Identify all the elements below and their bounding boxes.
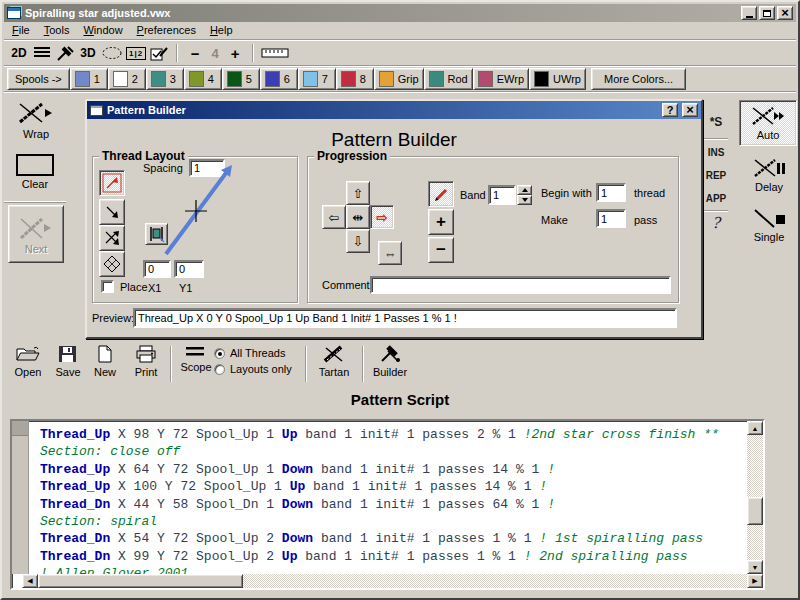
pattern-script-heading: Pattern Script	[2, 391, 798, 408]
spin-down-button[interactable]	[517, 195, 532, 205]
dialog-help-button[interactable]: ?	[662, 103, 678, 117]
builder-button[interactable]: Builder	[368, 343, 412, 385]
band-spinner[interactable]	[517, 185, 532, 205]
script-text[interactable]: Thread_Up X 98 Y 72 Spool_Up 1 Up band 1…	[30, 421, 747, 574]
spool-label: EWrp	[497, 73, 524, 85]
spool-button-3[interactable]: 3	[146, 68, 184, 90]
menu-item-tools[interactable]: Tools	[38, 23, 78, 37]
spool-button-7[interactable]: 7	[298, 68, 336, 90]
options-check-button[interactable]	[149, 43, 169, 63]
spool-button-ewrp[interactable]: EWrp	[473, 68, 529, 90]
more-colors-button[interactable]: More Colors...	[591, 68, 686, 90]
delay-button[interactable]: Delay	[744, 157, 794, 193]
spool-button-uwrp[interactable]: UWrp	[529, 68, 586, 90]
ruler-button[interactable]	[261, 43, 289, 63]
progress-left-button[interactable]: ⇦	[322, 205, 346, 229]
zoom-in-button[interactable]: +	[225, 43, 245, 63]
vertical-scroll-thumb[interactable]	[747, 497, 763, 525]
spool-button-4[interactable]: 4	[184, 68, 222, 90]
scroll-left-button[interactable]: ◀	[22, 574, 38, 588]
zoom-out-button[interactable]: −	[185, 43, 205, 63]
app-label[interactable]: APP	[703, 193, 729, 204]
open-button[interactable]: Open	[6, 343, 50, 385]
print-button[interactable]: Print	[124, 343, 168, 385]
begin-with-input[interactable]	[596, 183, 626, 202]
rep-label[interactable]: REP	[703, 170, 729, 181]
dialog-close-button[interactable]	[682, 103, 698, 117]
scope-button[interactable]: Scope	[174, 345, 218, 387]
single-button[interactable]: Single	[744, 207, 794, 243]
all-threads-option[interactable]: All Threads	[214, 347, 285, 359]
pen-button[interactable]	[428, 181, 454, 207]
tools-button[interactable]	[55, 43, 75, 63]
spool-button-2[interactable]: 2	[108, 68, 146, 90]
page-layout-button[interactable]: 1|2	[126, 43, 146, 63]
view-3d-button[interactable]: 3D	[78, 43, 98, 63]
scroll-down-button[interactable]: ▼	[747, 560, 763, 574]
horizontal-scroll-thumb[interactable]	[38, 574, 243, 588]
new-button[interactable]: New	[86, 343, 124, 385]
band-input[interactable]	[488, 185, 516, 205]
menu-item-window[interactable]: Window	[77, 23, 130, 37]
script-editor[interactable]: Thread_Up X 98 Y 72 Spool_Up 1 Up band 1…	[10, 419, 765, 590]
menu-item-help[interactable]: Help	[204, 23, 241, 37]
layout-cross-button[interactable]	[99, 225, 125, 251]
layout-diagonal-down-button[interactable]	[99, 199, 125, 225]
builder-label: Builder	[373, 366, 407, 378]
next-button[interactable]: Next	[8, 205, 64, 263]
open-label: Open	[15, 366, 42, 378]
wrap-button[interactable]: Wrap	[10, 100, 62, 140]
layers-button[interactable]	[32, 43, 52, 63]
progress-center-button[interactable]: ⇹	[346, 205, 370, 229]
delay-icon	[752, 157, 786, 179]
star-s-label[interactable]: *S	[703, 115, 729, 129]
progress-both-button[interactable]: ⇔	[378, 241, 402, 265]
progress-right-button[interactable]: ⇨	[370, 205, 394, 229]
subtract-button[interactable]: −	[428, 237, 454, 263]
preview-input[interactable]	[133, 308, 677, 328]
spool-button-1[interactable]: 1	[70, 68, 108, 90]
pattern-builder-dialog: Pattern Builder ? Pattern Builder Thread…	[85, 99, 703, 339]
spool-button-6[interactable]: 6	[260, 68, 298, 90]
all-threads-radio[interactable]	[214, 348, 225, 359]
menu-item-preferences[interactable]: Preferences	[131, 23, 204, 37]
add-button[interactable]: +	[428, 209, 454, 235]
layouts-only-radio[interactable]	[214, 364, 225, 375]
tartan-button[interactable]: Tartan	[312, 343, 356, 385]
make-input[interactable]	[596, 209, 626, 228]
auto-button[interactable]: Auto	[739, 100, 797, 146]
layouts-only-option[interactable]: Layouts only	[214, 363, 292, 375]
spool-place-button[interactable]	[145, 223, 168, 245]
close-button[interactable]	[777, 6, 793, 20]
scroll-up-button[interactable]: ▲	[747, 421, 763, 435]
dialog-titlebar[interactable]: Pattern Builder ?	[87, 101, 701, 119]
progress-down-button[interactable]: ⇩	[346, 229, 370, 253]
layout-diagonal-up-button[interactable]	[99, 170, 125, 196]
x1-input[interactable]	[143, 260, 171, 278]
spin-up-button[interactable]	[517, 185, 532, 195]
spool-button-rod[interactable]: Rod	[424, 68, 473, 90]
layout-diamond-button[interactable]	[99, 251, 125, 277]
save-button[interactable]: Save	[46, 343, 90, 385]
comment-input[interactable]	[370, 276, 671, 294]
restore-button[interactable]	[759, 6, 775, 20]
vertical-scrollbar[interactable]: ▲ ▼	[747, 421, 763, 574]
spool-button-5[interactable]: 5	[222, 68, 260, 90]
horizontal-scrollbar[interactable]: ◀ ▶	[22, 574, 763, 588]
help-label[interactable]: ?	[703, 214, 729, 232]
spool-button-8[interactable]: 8	[336, 68, 374, 90]
menu-item-file[interactable]: File	[6, 23, 38, 37]
y1-input[interactable]	[174, 260, 204, 278]
ins-label[interactable]: INS	[703, 147, 729, 158]
place-checkbox[interactable]	[101, 280, 114, 293]
progress-up-button[interactable]: ⇧	[346, 181, 370, 205]
spools-button[interactable]: Spools ->	[7, 68, 70, 90]
print-label: Print	[135, 366, 158, 378]
clear-button[interactable]: Clear	[11, 154, 59, 190]
scroll-right-button[interactable]: ▶	[747, 574, 763, 588]
lasso-button[interactable]	[101, 43, 123, 63]
view-2d-button[interactable]: 2D	[9, 43, 29, 63]
separator	[704, 138, 728, 140]
spool-button-grip[interactable]: Grip	[374, 68, 424, 90]
minimize-button[interactable]	[741, 6, 757, 20]
